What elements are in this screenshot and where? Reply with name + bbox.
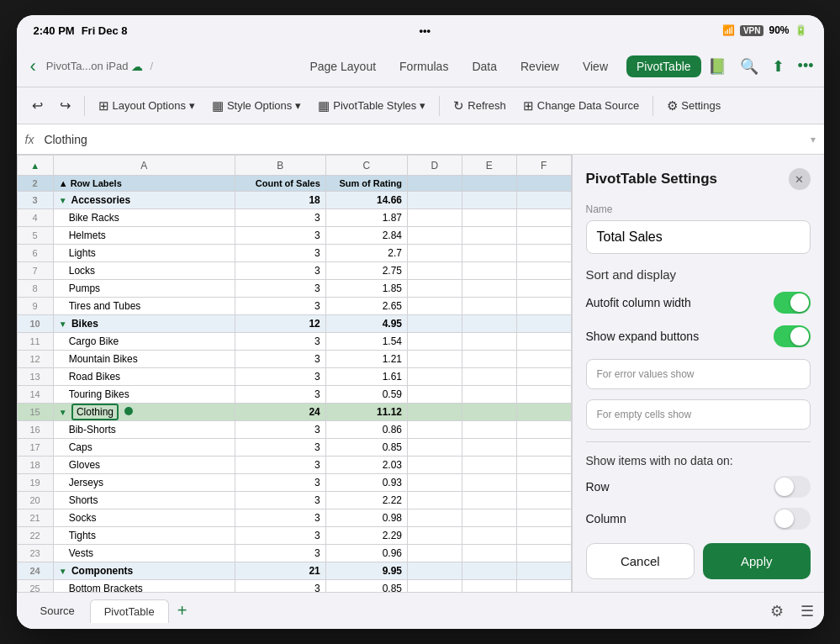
cell-e7[interactable] [462, 262, 516, 280]
cell-e21[interactable] [462, 509, 516, 527]
list-icon[interactable]: ☰ [800, 602, 814, 620]
cell-e16[interactable] [462, 421, 516, 439]
cell-a9[interactable]: Tires and Tubes [53, 298, 235, 315]
cell-b12[interactable]: 3 [235, 351, 325, 368]
cell-c22[interactable]: 2.29 [325, 527, 407, 545]
table-row[interactable]: 12 Mountain Bikes 3 1.21 [17, 351, 571, 368]
cell-d19[interactable] [408, 474, 462, 492]
table-row[interactable]: 22 Tights 3 2.29 [17, 527, 571, 545]
pivottable-tab[interactable]: PivotTable [90, 599, 169, 623]
cell-a2[interactable]: ▲ Row Labels [53, 176, 235, 192]
cell-e5[interactable] [462, 227, 516, 245]
cell-f13[interactable] [516, 368, 571, 386]
cell-e14[interactable] [462, 386, 516, 404]
error-values-input[interactable]: For error values show [586, 359, 811, 389]
tab-pivottable[interactable]: PivotTable [626, 55, 701, 77]
cell-f7[interactable] [516, 262, 571, 280]
cell-c4[interactable]: 1.87 [325, 209, 407, 227]
cell-b4[interactable]: 3 [235, 209, 325, 227]
cell-b24[interactable]: 21 [235, 562, 325, 580]
cell-c11[interactable]: 1.54 [325, 333, 407, 351]
cell-b7[interactable]: 3 [235, 262, 325, 280]
cell-c20[interactable]: 2.22 [325, 492, 407, 509]
cell-e8[interactable] [462, 280, 516, 298]
spreadsheet[interactable]: ▲ A B C D E F 2 ▲ Row Labels [17, 155, 572, 592]
cell-c3[interactable]: 14.66 [325, 192, 407, 209]
cell-e6[interactable] [462, 245, 516, 262]
cell-f12[interactable] [516, 351, 571, 368]
cell-c15[interactable]: 11.12 [325, 404, 407, 421]
cell-c19[interactable]: 0.93 [325, 474, 407, 492]
refresh-button[interactable]: ↻ Refresh [446, 95, 513, 117]
cell-f15[interactable] [516, 404, 571, 421]
cell-f17[interactable] [516, 439, 571, 457]
cell-e19[interactable] [462, 474, 516, 492]
cell-f3[interactable] [516, 192, 571, 209]
search-icon[interactable]: 🔍 [740, 57, 758, 76]
cell-c12[interactable]: 1.21 [325, 351, 407, 368]
cell-f4[interactable] [516, 209, 571, 227]
cell-a11[interactable]: Cargo Bike [53, 333, 235, 351]
tab-formulas[interactable]: Formulas [394, 56, 453, 77]
cell-e15[interactable] [462, 404, 516, 421]
cell-d8[interactable] [408, 280, 462, 298]
table-row[interactable]: 16 Bib-Shorts 3 0.86 [17, 421, 571, 439]
cell-e23[interactable] [462, 545, 516, 562]
source-tab[interactable]: Source [27, 599, 88, 622]
cell-d12[interactable] [408, 351, 462, 368]
cell-c16[interactable]: 0.86 [325, 421, 407, 439]
col-header-d[interactable]: D [408, 156, 462, 176]
redo-button[interactable]: ↪ [53, 94, 77, 117]
cell-d7[interactable] [408, 262, 462, 280]
name-input[interactable]: Total Sales [586, 220, 811, 254]
cell-f8[interactable] [516, 280, 571, 298]
cell-b20[interactable]: 3 [235, 492, 325, 509]
cell-a25[interactable]: Bottom Brackets [53, 580, 235, 593]
cell-d14[interactable] [408, 386, 462, 404]
cell-f16[interactable] [516, 421, 571, 439]
cell-f14[interactable] [516, 386, 571, 404]
tab-data[interactable]: Data [467, 56, 502, 77]
tab-review[interactable]: Review [515, 56, 564, 77]
cell-d24[interactable] [408, 562, 462, 580]
cell-c24[interactable]: 9.95 [325, 562, 407, 580]
cell-a4[interactable]: Bike Racks [53, 209, 235, 227]
cell-e20[interactable] [462, 492, 516, 509]
cell-b5[interactable]: 3 [235, 227, 325, 245]
col-header-c[interactable]: C [325, 156, 407, 176]
cell-a22[interactable]: Tights [53, 527, 235, 545]
cell-a15[interactable]: ▼ Clothing [53, 404, 235, 421]
more-icon[interactable]: ••• [798, 57, 814, 75]
cell-a6[interactable]: Lights [53, 245, 235, 262]
cell-b21[interactable]: 3 [235, 509, 325, 527]
cell-a18[interactable]: Gloves [53, 457, 235, 474]
table-row[interactable]: 25 Bottom Brackets 3 0.85 [17, 580, 571, 593]
cell-c5[interactable]: 2.84 [325, 227, 407, 245]
cell-b11[interactable]: 3 [235, 333, 325, 351]
cell-c8[interactable]: 1.85 [325, 280, 407, 298]
cell-d3[interactable] [408, 192, 462, 209]
layout-options-button[interactable]: ⊞ Layout Options ▾ [92, 95, 202, 117]
cell-e22[interactable] [462, 527, 516, 545]
formula-expand-icon[interactable]: ▾ [811, 134, 816, 145]
table-row[interactable]: 15 ▼ Clothing 24 11.12 [17, 404, 571, 421]
gear-icon[interactable]: ⚙ [770, 602, 784, 620]
cell-a19[interactable]: Jerseys [53, 474, 235, 492]
cell-f24[interactable] [516, 562, 571, 580]
cell-a3[interactable]: ▼ Accessories [53, 192, 235, 209]
col-header-f[interactable]: F [516, 156, 571, 176]
cell-f22[interactable] [516, 527, 571, 545]
cell-a24[interactable]: ▼ Components [53, 562, 235, 580]
expand-btns-toggle[interactable] [774, 325, 811, 347]
cell-c2[interactable]: Sum of Rating [325, 176, 407, 192]
table-row[interactable]: 17 Caps 3 0.85 [17, 439, 571, 457]
cell-a8[interactable]: Pumps [53, 280, 235, 298]
table-row[interactable]: 9 Tires and Tubes 3 2.65 [17, 298, 571, 315]
table-row[interactable]: 2 ▲ Row Labels Count of Sales Sum of Rat… [17, 176, 571, 192]
tab-view[interactable]: View [578, 56, 613, 77]
apply-button[interactable]: Apply [703, 543, 811, 579]
cell-b6[interactable]: 3 [235, 245, 325, 262]
cell-e12[interactable] [462, 351, 516, 368]
close-panel-button[interactable]: ✕ [789, 168, 811, 190]
cell-a12[interactable]: Mountain Bikes [53, 351, 235, 368]
